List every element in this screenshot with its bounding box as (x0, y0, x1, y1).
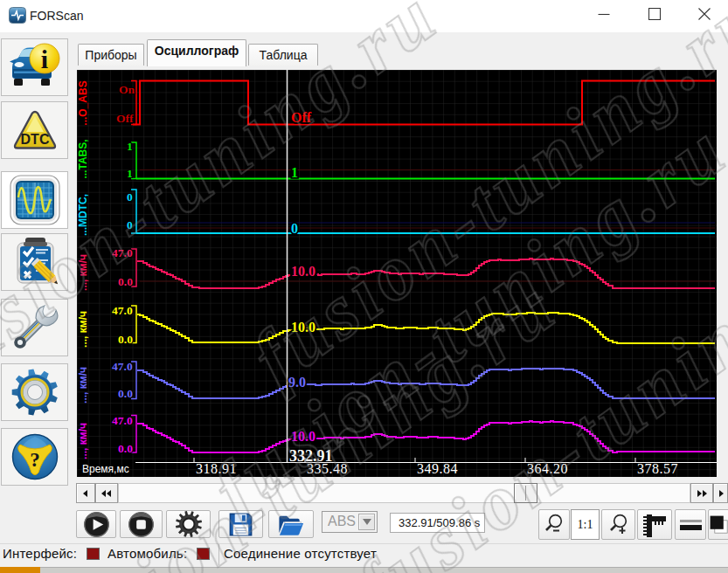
svg-text:0.0: 0.0 (118, 442, 133, 455)
svg-text:0: 0 (127, 190, 133, 204)
svg-text:10.0: 10.0 (291, 264, 315, 279)
svg-text:1: 1 (291, 165, 298, 180)
svg-text:Off: Off (116, 112, 134, 125)
svg-text:0.0: 0.0 (118, 275, 133, 288)
svg-text:0.0: 0.0 (118, 387, 133, 400)
svg-text:1: 1 (127, 140, 133, 153)
svg-text:...MDTC,: ...MDTC, (77, 194, 89, 236)
svg-text:0: 0 (291, 221, 298, 236)
svg-text:47.0: 47.0 (112, 246, 133, 259)
svg-text:i: i (40, 45, 47, 73)
svg-text:10.0: 10.0 (291, 429, 315, 444)
svg-text:318.91: 318.91 (196, 461, 237, 476)
svg-text:...TABS,: ...TABS, (77, 139, 89, 178)
svg-text:47.0: 47.0 (112, 414, 133, 427)
svg-text:378.57: 378.57 (637, 461, 678, 476)
svg-text:349.84: 349.84 (417, 461, 458, 476)
svg-text:..., км/ч: ..., км/ч (77, 254, 89, 291)
svg-text:..., км/ч: ..., км/ч (77, 367, 89, 404)
svg-text:DTC: DTC (20, 131, 49, 147)
svg-text:..., км/ч: ..., км/ч (77, 423, 89, 459)
svg-text:On: On (119, 83, 135, 96)
svg-text:0: 0 (127, 218, 133, 231)
svg-text:47.0: 47.0 (112, 360, 133, 373)
svg-text:..., км/ч: ..., км/ч (77, 311, 89, 348)
svg-text:10.0: 10.0 (291, 320, 315, 335)
svg-text:?: ? (30, 449, 40, 471)
svg-text:0.0: 0.0 (118, 333, 133, 346)
svg-text:...O_ABS: ...O_ABS (77, 80, 89, 125)
svg-text:47.0: 47.0 (112, 304, 133, 317)
svg-text:1: 1 (127, 167, 133, 180)
svg-text:Время,мс: Время,мс (82, 463, 129, 475)
svg-text:9.0: 9.0 (288, 375, 306, 390)
svg-text:Off: Off (291, 110, 312, 125)
svg-text:364.20: 364.20 (527, 461, 568, 476)
svg-text:335.48: 335.48 (307, 461, 348, 476)
